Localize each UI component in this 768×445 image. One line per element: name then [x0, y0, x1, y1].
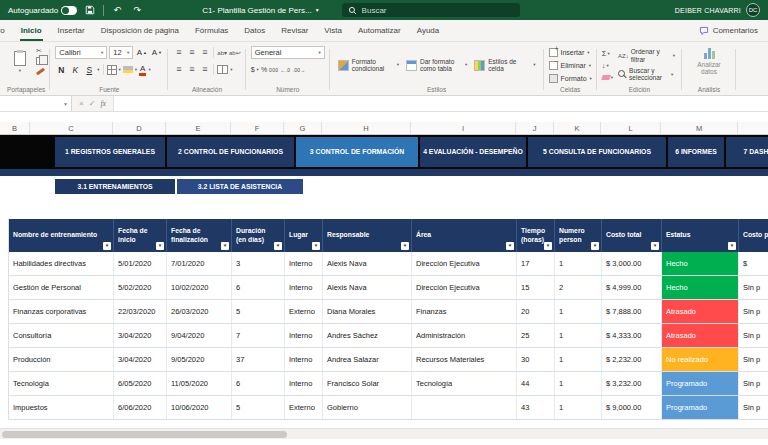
cell[interactable]: Finanzas	[412, 300, 517, 323]
cancel-button[interactable]: ×	[79, 99, 84, 108]
cell[interactable]: Interno	[285, 252, 323, 275]
ribbon-tab-vista[interactable]: Vista	[316, 20, 350, 41]
formula-input[interactable]	[113, 96, 768, 111]
cell[interactable]: Dirección Ejecutiva	[412, 276, 517, 299]
cell[interactable]: Andrea Salazar	[323, 348, 412, 371]
cell[interactable]: 6	[232, 372, 285, 395]
cell[interactable]: Sin p	[739, 348, 768, 371]
cell[interactable]: 5/01/2020	[114, 252, 167, 275]
cell[interactable]: 3	[232, 252, 285, 275]
wrap-text-icon[interactable]: ab↩	[229, 49, 241, 56]
align-center-icon[interactable]: ≡	[186, 64, 197, 75]
insert-function-button[interactable]: fx	[100, 99, 106, 108]
column-letter-e[interactable]: E	[166, 122, 231, 134]
comma-format-button[interactable]: 000	[269, 67, 278, 73]
cell[interactable]: Sin p	[739, 396, 768, 419]
column-letter-c[interactable]: C	[30, 122, 113, 134]
cell[interactable]: Programado	[662, 396, 739, 419]
cell[interactable]: $	[739, 252, 768, 275]
column-letter-i[interactable]: I	[411, 122, 516, 134]
cell[interactable]: $ 7,888.00	[602, 300, 662, 323]
fill-button[interactable]: ↓▾	[602, 60, 613, 71]
orientation-icon[interactable]: ab▾	[217, 49, 227, 56]
cell[interactable]: Diana Morales	[323, 300, 412, 323]
button-eliminar[interactable]: Eliminar▾	[549, 59, 592, 71]
align-top-icon[interactable]: ≡	[173, 47, 184, 58]
cell[interactable]: 44	[517, 372, 555, 395]
cell[interactable]: Externo	[285, 300, 323, 323]
sub-tab-3-1-entrenamientos[interactable]: 3.1 ENTRENAMIENTOS	[55, 179, 175, 194]
column-letter-b[interactable]: B	[0, 122, 30, 134]
filter-button[interactable]: ▼	[591, 242, 599, 250]
cell[interactable]: Andres Sáchez	[323, 324, 412, 347]
button-insertar[interactable]: Insertar▾	[549, 46, 590, 58]
cell[interactable]: 1	[555, 252, 602, 275]
cell[interactable]: 1	[555, 396, 602, 419]
font-name-select[interactable]: Calibri▾	[55, 46, 107, 59]
increase-decimal-button[interactable]: ←.0	[280, 67, 290, 73]
ribbon-tab-inicio[interactable]: Inicio	[13, 20, 50, 41]
cell[interactable]: 1	[555, 348, 602, 371]
align-middle-icon[interactable]: ≡	[186, 47, 197, 58]
cell[interactable]	[412, 396, 517, 419]
cell[interactable]: 6	[232, 276, 285, 299]
module-tab-2-control-de-funcionarios[interactable]: 2 CONTROL DE FUNCIONARIOS	[167, 137, 294, 167]
clear-button[interactable]: ▾	[602, 72, 613, 83]
sub-tab-3-2-lista-de-asistencia[interactable]: 3.2 LISTA DE ASISTENCIA	[177, 179, 303, 194]
filter-button[interactable]: ▼	[544, 242, 552, 250]
decrease-decimal-button[interactable]: .00→	[292, 67, 305, 73]
ribbon-tab-archivo[interactable]: Archivo	[0, 20, 13, 41]
ribbon-tab-datos[interactable]: Datos	[236, 20, 273, 41]
cell[interactable]: $ 3,232.00	[602, 372, 662, 395]
cell[interactable]: 1	[555, 324, 602, 347]
module-tab-1-registros-generales[interactable]: 1 REGISTROS GENERALES	[55, 137, 165, 167]
cell[interactable]: Producción	[9, 348, 114, 371]
cell[interactable]: 10/02/2020	[167, 276, 232, 299]
cell[interactable]: 2	[555, 276, 602, 299]
button-ordenar-y-filtrar[interactable]: Ordenar y filtrar▾	[616, 47, 677, 64]
column-letter-g[interactable]: G	[284, 122, 322, 134]
cell[interactable]: 26/03/2020	[167, 300, 232, 323]
column-letter-h[interactable]: H	[322, 122, 411, 134]
cell[interactable]: Hecho	[662, 276, 739, 299]
module-tab-7-dash[interactable]: 7 DASH	[726, 137, 768, 167]
cell[interactable]: 5	[232, 396, 285, 419]
filter-button[interactable]: ▼	[274, 242, 282, 250]
cell[interactable]: $ 3,000.00	[602, 252, 662, 275]
module-tab-6-informes[interactable]: 6 INFORMES	[668, 137, 724, 167]
cell[interactable]: $ 4,999.00	[602, 276, 662, 299]
autosave-toggle[interactable]: Autoguardado	[8, 6, 77, 15]
copy-icon[interactable]	[36, 57, 43, 65]
cell[interactable]: Alexis Nava	[323, 252, 412, 275]
align-bottom-icon[interactable]: ≡	[199, 47, 210, 58]
cell[interactable]: 9/05/2020	[167, 348, 232, 371]
cell[interactable]: Consultoría	[9, 324, 114, 347]
cut-icon[interactable]: ✂	[36, 47, 45, 54]
cell[interactable]: Tecnología	[412, 372, 517, 395]
button-formato-condicional[interactable]: Formato condicional▾	[335, 45, 402, 85]
cell[interactable]: Externo	[285, 396, 323, 419]
filter-button[interactable]: ▼	[156, 242, 164, 250]
filter-button[interactable]: ▼	[103, 242, 111, 250]
percent-format-button[interactable]: %	[261, 66, 267, 73]
cell[interactable]: No realizado	[662, 348, 739, 371]
cell[interactable]: Hecho	[662, 252, 739, 275]
save-button[interactable]	[83, 3, 97, 17]
cell[interactable]: 30	[517, 348, 555, 371]
module-tab-5-consulta-de-funcionarios[interactable]: 5 CONSULTA DE FUNCIONARIOS	[528, 137, 666, 167]
decrease-font-button[interactable]: A▼	[150, 46, 163, 59]
cell[interactable]: Impuestos	[9, 396, 114, 419]
ribbon-tab-automatizar[interactable]: Automatizar	[350, 20, 409, 41]
cell[interactable]: Atrasado	[662, 324, 739, 347]
button-buscar-y-seleccionar[interactable]: Buscar y seleccionar▾	[616, 66, 677, 83]
redo-button[interactable]: ↷	[130, 3, 144, 17]
cell[interactable]: Gestión de Personal	[9, 276, 114, 299]
column-letter-d[interactable]: D	[113, 122, 166, 134]
enter-button[interactable]: ✓	[89, 99, 96, 108]
avatar[interactable]: DC	[746, 3, 760, 17]
cell[interactable]: Finanzas corporativas	[9, 300, 114, 323]
button-formato[interactable]: Formato▾	[549, 72, 592, 84]
cell[interactable]: 3/04/2020	[114, 324, 167, 347]
cell[interactable]: Interno	[285, 276, 323, 299]
cell[interactable]: $ 4,333.00	[602, 324, 662, 347]
